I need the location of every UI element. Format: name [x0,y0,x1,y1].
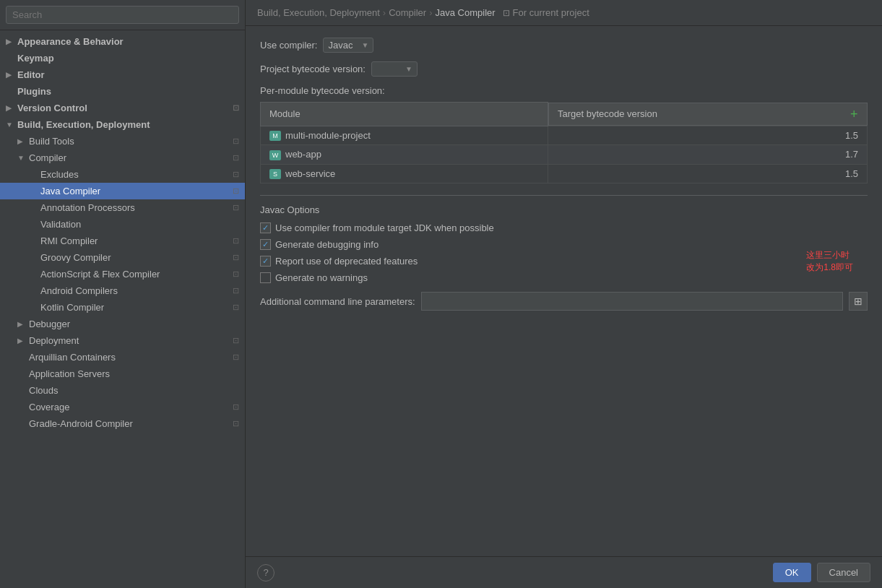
table-row[interactable]: Wweb-app1.7 [261,145,868,165]
per-module-label: Per-module bytecode version: [260,85,868,96]
kotlin-compiler-badge: ⊡ [233,303,239,312]
col-target-label: Target bytecode version [558,108,657,119]
compiler-label: Compiler [29,152,230,163]
keymap-label: Keymap [17,53,239,64]
coverage-label: Coverage [29,402,230,412]
kotlin-compiler-label: Kotlin Compiler [40,302,230,313]
android-compilers-badge: ⊡ [233,286,239,295]
additional-cmd-button[interactable]: ⊞ [849,292,868,311]
sidebar-item-arquillian[interactable]: Arquillian Containers⊡ [0,349,245,366]
sidebar-item-kotlin-compiler[interactable]: Kotlin Compiler⊡ [0,299,245,316]
editor-label: Editor [17,69,239,80]
bytecode-label: Project bytecode version: [260,64,366,74]
sidebar-item-version-control[interactable]: ▶Version Control⊡ [0,100,245,116]
appearance-arrow-icon: ▶ [6,38,14,46]
sidebar-item-annotation-processors[interactable]: Annotation Processors⊡ [0,199,245,216]
sidebar-item-build-tools[interactable]: ▶Build Tools⊡ [0,133,245,150]
sidebar-item-excludes[interactable]: Excludes⊡ [0,166,245,183]
content-body: Use compiler: JavacEclipseAjc ▼ Project … [246,26,882,556]
module-table-wrapper: Module Target bytecode version + Mmulti-… [260,102,868,183]
groovy-compiler-label: Groovy Compiler [40,252,230,263]
checkbox-report-deprecated[interactable] [260,256,271,267]
sidebar-item-plugins[interactable]: Plugins [0,83,245,100]
sidebar-item-appearance[interactable]: ▶Appearance & Behavior [0,33,245,50]
compiler-select-wrapper[interactable]: JavacEclipseAjc ▼ [323,38,373,53]
help-button[interactable]: ? [257,564,274,581]
breadcrumb-sep-2: › [429,7,432,18]
debugger-label: Debugger [29,319,239,329]
checkbox-label-generate-no-warnings: Generate no warnings [275,272,368,283]
android-compilers-label: Android Compilers [40,285,230,296]
sidebar-item-keymap[interactable]: Keymap [0,50,245,66]
sidebar-item-clouds[interactable]: Clouds [0,382,245,399]
sidebar-item-validation[interactable]: Validation [0,216,245,233]
checkbox-row-generate-debug[interactable]: Generate debugging info [260,239,868,250]
sidebar-item-app-servers[interactable]: Application Servers [0,366,245,382]
checkbox-row-generate-no-warnings[interactable]: Generate no warnings [260,272,868,283]
module-icon: S [269,169,281,179]
checkbox-row-use-compiler-jdk[interactable]: Use compiler from module target JDK when… [260,222,868,233]
checkbox-label-generate-debug: Generate debugging info [275,239,379,250]
app-servers-label: Application Servers [29,368,239,379]
coverage-badge: ⊡ [233,402,239,412]
additional-cmd-label: Additional command line parameters: [260,296,415,307]
sidebar-item-editor[interactable]: ▶Editor [0,66,245,83]
ok-button[interactable]: OK [773,563,811,582]
sidebar-item-groovy-compiler[interactable]: Groovy Compiler⊡ [0,249,245,266]
checkbox-row-report-deprecated[interactable]: Report use of deprecated features [260,256,868,267]
sidebar-item-compiler[interactable]: ▼Compiler⊡ [0,150,245,166]
sidebar-item-deployment[interactable]: ▶Deployment⊡ [0,332,245,349]
bottom-bar: ? OK Cancel [246,556,882,588]
editor-arrow-icon: ▶ [6,71,14,79]
checkbox-label-report-deprecated: Report use of deprecated features [275,256,418,267]
arquillian-label: Arquillian Containers [29,352,230,363]
col-target: Target bytecode version + [548,103,868,126]
checkbox-generate-no-warnings[interactable] [260,272,271,283]
deployment-label: Deployment [29,335,230,346]
arquillian-badge: ⊡ [233,353,239,362]
breadcrumb-part-3: Java Compiler [436,7,496,18]
compiler-select[interactable]: JavacEclipseAjc [328,40,361,51]
cancel-button[interactable]: Cancel [817,563,870,582]
sidebar-item-java-compiler[interactable]: Java Compiler⊡ [0,183,245,199]
javac-options-section: Javac Options Use compiler from module t… [260,195,868,311]
module-cell: Mmulti-module-project [261,126,548,145]
sidebar-item-coverage[interactable]: Coverage⊡ [0,399,245,415]
breadcrumb: Build, Execution, Deployment › Compiler … [246,0,882,26]
compiler-select-arrow: ▼ [361,41,368,49]
sidebar-item-actionscript-compiler[interactable]: ActionScript & Flex Compiler⊡ [0,266,245,282]
table-row[interactable]: Sweb-service1.5 [261,164,868,183]
build-tools-arrow-icon: ▶ [17,137,26,145]
search-input[interactable] [6,6,239,24]
sidebar-item-debugger[interactable]: ▶Debugger [0,316,245,332]
build-exec-label: Build, Execution, Deployment [17,119,239,130]
sidebar-item-android-compilers[interactable]: Android Compilers⊡ [0,282,245,299]
sidebar-item-gradle-android[interactable]: Gradle-Android Compiler⊡ [0,415,245,432]
build-tools-badge: ⊡ [233,137,239,146]
compiler-arrow-icon: ▼ [17,154,26,162]
additional-cmd-input[interactable] [421,292,843,311]
bytecode-row: Project bytecode version: ▼ [260,61,868,77]
checkbox-use-compiler-jdk[interactable] [260,222,271,233]
plugins-label: Plugins [17,86,239,97]
breadcrumb-sep-1: › [383,7,386,18]
validation-label: Validation [40,219,239,230]
module-cell: Sweb-service [261,164,548,183]
appearance-label: Appearance & Behavior [17,36,239,47]
bytecode-select[interactable] [376,64,405,74]
target-cell: 1.5 [548,164,867,183]
bytecode-select-wrapper[interactable]: ▼ [371,61,418,77]
sidebar: ▶Appearance & BehaviorKeymap▶EditorPlugi… [0,0,246,588]
checkbox-generate-debug[interactable] [260,239,271,250]
version-control-badge: ⊡ [233,103,239,113]
add-module-button[interactable]: + [850,108,858,121]
deployment-arrow-icon: ▶ [17,337,26,345]
module-name: multi-module-project [285,130,371,141]
bytecode-select-arrow: ▼ [405,65,412,73]
target-cell: 1.5 [548,126,867,145]
module-table: Module Target bytecode version + Mmulti-… [260,102,868,183]
sidebar-item-build-exec[interactable]: ▼Build, Execution, Deployment [0,116,245,133]
table-row[interactable]: Mmulti-module-project1.5 [261,126,868,145]
sidebar-item-rmi-compiler[interactable]: RMI Compiler⊡ [0,233,245,249]
module-icon: M [269,131,281,141]
